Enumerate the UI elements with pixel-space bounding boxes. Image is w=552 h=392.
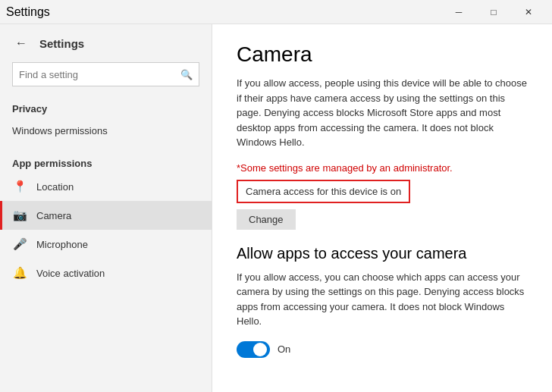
sidebar-item-location[interactable]: 📍 Location	[0, 172, 212, 201]
sidebar-item-voice-activation[interactable]: 🔔 Voice activation	[0, 259, 212, 287]
sidebar-item-label: Voice activation	[36, 268, 105, 279]
page-title: Camera	[237, 42, 528, 67]
device-access-text: Camera access for this device is on	[246, 186, 401, 197]
toggle-knob	[253, 343, 267, 356]
search-box[interactable]: 🔍	[12, 62, 199, 86]
sidebar-item-label: Windows permissions	[12, 125, 108, 136]
search-icon: 🔍	[180, 69, 193, 80]
sidebar-item-windows-permissions[interactable]: Windows permissions	[0, 118, 212, 144]
search-input[interactable]	[19, 69, 180, 80]
device-access-box: Camera access for this device is on	[237, 180, 410, 203]
sidebar-nav-top: ← Settings	[0, 24, 212, 62]
sidebar-item-label: Camera	[36, 210, 71, 221]
change-button[interactable]: Change	[237, 209, 296, 230]
camera-access-toggle[interactable]	[237, 341, 270, 358]
allow-apps-description: If you allow access, you can choose whic…	[237, 270, 528, 329]
sidebar-item-label: Location	[36, 181, 74, 193]
camera-icon: 📷	[12, 209, 27, 222]
title-bar-left: Settings	[6, 5, 50, 19]
allow-apps-heading: Allow apps to access your camera	[237, 245, 528, 262]
toggle-label: On	[278, 343, 290, 355]
privacy-section-label: Privacy	[0, 96, 212, 118]
content-area: Camera If you allow access, people using…	[212, 24, 552, 392]
admin-notice: *Some settings are managed by an adminis…	[237, 162, 528, 174]
voice-activation-icon: 🔔	[12, 266, 27, 280]
title-bar: Settings ─ □ ✕	[0, 0, 552, 24]
sidebar-app-title: Settings	[39, 37, 84, 50]
location-icon: 📍	[12, 180, 27, 193]
sidebar-item-microphone[interactable]: 🎤 Microphone	[0, 230, 212, 259]
content-description: If you allow access, people using this d…	[237, 76, 528, 150]
microphone-icon: 🎤	[12, 237, 27, 251]
app-permissions-section-label: App permissions	[0, 150, 212, 172]
back-button[interactable]: ←	[12, 33, 30, 53]
sidebar: ← Settings 🔍 Privacy Windows permissions…	[0, 24, 212, 392]
title-bar-title: Settings	[6, 5, 50, 19]
sidebar-item-camera[interactable]: 📷 Camera	[0, 201, 212, 230]
title-bar-controls: ─ □ ✕	[441, 0, 546, 24]
maximize-button[interactable]: □	[476, 0, 511, 24]
minimize-button[interactable]: ─	[441, 0, 476, 24]
toggle-row: On	[237, 341, 528, 358]
close-button[interactable]: ✕	[511, 0, 546, 24]
sidebar-item-label: Microphone	[36, 239, 88, 250]
main-layout: ← Settings 🔍 Privacy Windows permissions…	[0, 24, 552, 392]
